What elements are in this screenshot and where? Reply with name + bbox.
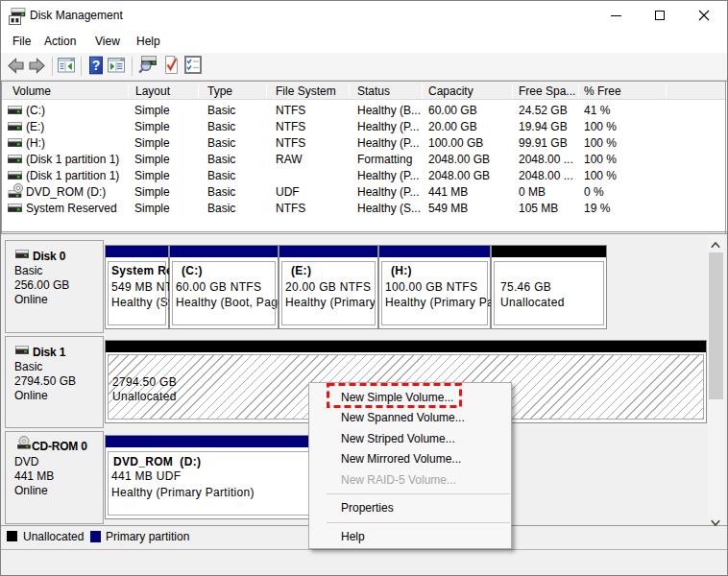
svg-text:?: ?: [92, 58, 101, 73]
